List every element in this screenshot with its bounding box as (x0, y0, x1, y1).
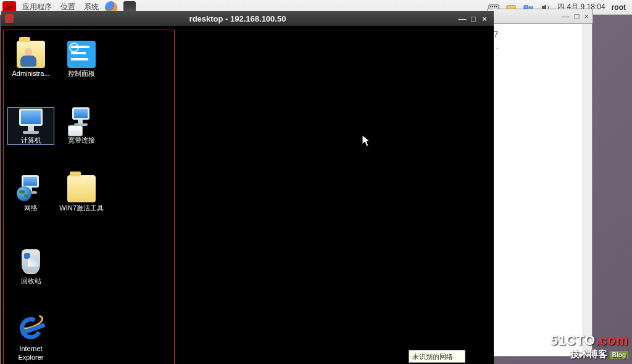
bg-text-line: . . (492, 41, 589, 52)
icon-label: 计算机 (7, 136, 54, 145)
icon-label: Internet Explorer (7, 345, 54, 362)
rdesktop-maximize-button[interactable]: □ (468, 14, 479, 23)
background-terminal-window: — □ × /7 . . (489, 23, 592, 357)
rdesktop-minimize-button[interactable]: — (457, 14, 468, 23)
svg-rect-2 (492, 6, 493, 7)
desktop-icon-recycle-bin[interactable]: 回收站 (7, 248, 54, 286)
desktop-icon-control-panel[interactable]: 控制面板 (58, 41, 105, 78)
icon-label: WIN7激活工具 (58, 204, 105, 213)
desktop-icon-administrator[interactable]: Administra... (7, 41, 54, 78)
svg-rect-1 (490, 6, 491, 7)
icon-label: Administra... (7, 70, 54, 78)
control-panel-icon (67, 41, 96, 68)
bg-window-scrollbar[interactable] (583, 24, 592, 356)
tooltip-text: 未识别的网络 (412, 353, 453, 360)
blog-badge: Blog (610, 351, 628, 359)
bg-window-close-button[interactable]: × (584, 12, 589, 21)
desktop-icon-win7-activation[interactable]: WIN7激活工具 (58, 175, 105, 213)
user-menu[interactable]: root (612, 3, 626, 12)
desktop-icon-network[interactable]: 网络 (7, 175, 54, 213)
bg-window-minimize-button[interactable]: — (562, 12, 570, 21)
network-places-icon (17, 175, 45, 202)
watermark: 51CTO.com 技术博客Blog (551, 333, 628, 360)
svg-rect-4 (496, 6, 497, 7)
bg-text-line: /7 (492, 29, 589, 41)
desktop-icon-computer[interactable]: 计算机 (7, 107, 54, 145)
svg-rect-6 (524, 6, 528, 9)
bg-window-maximize-button[interactable]: □ (575, 12, 580, 21)
icon-label: 回收站 (7, 277, 54, 286)
rdesktop-app-icon (5, 14, 14, 23)
icon-label: 宽带连接 (58, 136, 105, 145)
computer-icon (17, 107, 45, 134)
mouse-cursor-icon (362, 134, 370, 147)
svg-rect-3 (494, 6, 495, 7)
icon-label: 网络 (7, 204, 54, 213)
rdesktop-close-button[interactable]: × (479, 14, 490, 23)
desktop-icon-internet-explorer[interactable]: Internet Explorer (7, 316, 54, 362)
dialup-icon (67, 107, 96, 134)
network-status-tooltip: 未识别的网络 (409, 350, 465, 363)
icon-label: 控制面板 (58, 70, 105, 78)
rdesktop-titlebar[interactable]: rdesktop - 192.168.100.50 — □ × (1, 11, 494, 26)
watermark-brand: 51CTO.com (551, 333, 628, 349)
bg-window-content: /7 . . (489, 24, 592, 57)
rdesktop-window: rdesktop - 192.168.100.50 — □ × Administ… (1, 11, 494, 364)
recycle-bin-icon (17, 248, 45, 275)
ie-icon (17, 316, 45, 343)
folder-icon (67, 175, 96, 202)
desktop-icon-broadband[interactable]: 宽带连接 (58, 107, 105, 145)
watermark-subtitle: 技术博客Blog (551, 349, 628, 360)
user-folder-icon (17, 41, 45, 68)
bg-window-titlebar[interactable]: — □ × (487, 9, 593, 23)
rdesktop-title: rdesktop - 192.168.100.50 (19, 14, 457, 23)
